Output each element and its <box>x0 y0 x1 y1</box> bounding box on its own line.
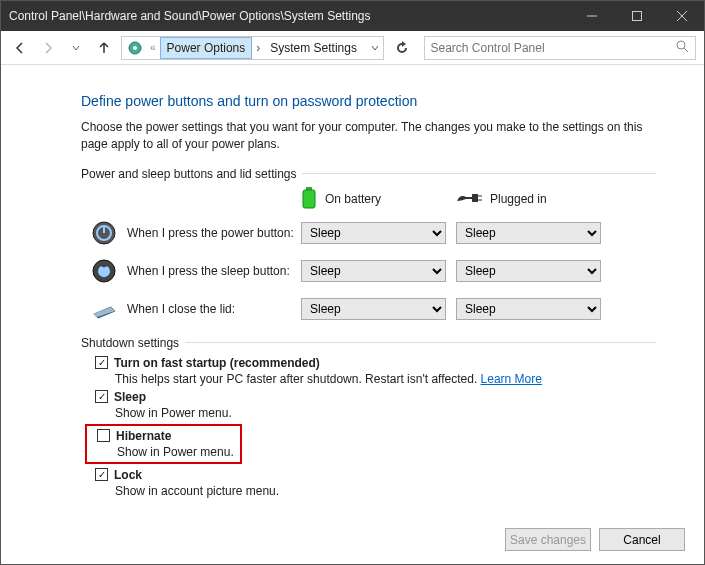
svg-point-6 <box>677 41 685 49</box>
power-battery-select[interactable]: Sleep <box>301 222 446 244</box>
row-power-label: When I press the power button: <box>127 226 294 240</box>
row-power-button: When I press the power button: Sleep Sle… <box>91 220 656 246</box>
breadcrumb-parent-label: Power Options <box>167 41 246 55</box>
up-button[interactable] <box>93 37 115 59</box>
close-button[interactable] <box>659 1 704 31</box>
breadcrumb[interactable]: « Power Options › System Settings <box>121 36 384 60</box>
column-headers: On battery Plugged in <box>301 187 656 212</box>
svg-line-7 <box>684 48 688 52</box>
fast-startup-checkbox[interactable] <box>95 356 108 369</box>
section-shutdown-label: Shutdown settings <box>81 336 179 350</box>
learn-more-link[interactable]: Learn More <box>481 372 542 386</box>
row-sleep-button: When I press the sleep button: Sleep Sle… <box>91 258 656 284</box>
control-panel-icon <box>126 39 144 57</box>
fast-startup-label: Turn on fast startup (recommended) <box>114 356 320 370</box>
breadcrumb-current-label: System Settings <box>270 41 357 55</box>
plug-icon <box>456 191 482 208</box>
search-box[interactable] <box>424 36 697 60</box>
lock-sub: Show in account picture menu. <box>115 484 656 498</box>
lid-plugged-select[interactable]: Sleep <box>456 298 601 320</box>
chevron-right-icon[interactable]: › <box>252 41 264 55</box>
page-heading: Define power buttons and turn on passwor… <box>81 93 656 109</box>
breadcrumb-parent[interactable]: Power Options <box>160 37 253 59</box>
section-power-sleep-label: Power and sleep buttons and lid settings <box>81 167 296 181</box>
col-battery: On battery <box>301 187 446 212</box>
section-shutdown: Shutdown settings <box>81 336 656 350</box>
breadcrumb-prefix: « <box>146 42 160 53</box>
refresh-button[interactable] <box>390 36 414 60</box>
col-plugged: Plugged in <box>456 187 601 212</box>
col-battery-label: On battery <box>325 192 381 206</box>
navbar: « Power Options › System Settings <box>1 31 704 65</box>
window-controls <box>569 1 704 31</box>
sleep-checkbox[interactable] <box>95 390 108 403</box>
search-icon <box>676 40 689 56</box>
recent-dropdown[interactable] <box>65 37 87 59</box>
row-lid-label: When I close the lid: <box>127 302 235 316</box>
option-sleep: Sleep Show in Power menu. <box>95 390 656 420</box>
window-title: Control Panel\Hardware and Sound\Power O… <box>9 9 569 23</box>
hibernate-sub: Show in Power menu. <box>117 445 234 459</box>
sleep-label: Sleep <box>114 390 146 404</box>
power-button-icon <box>91 220 117 246</box>
cancel-button[interactable]: Cancel <box>599 528 685 551</box>
lid-battery-select[interactable]: Sleep <box>301 298 446 320</box>
power-grid: On battery Plugged in When I press the p… <box>91 187 656 322</box>
footer-buttons: Save changes Cancel <box>505 528 685 551</box>
lock-label: Lock <box>114 468 142 482</box>
breadcrumb-current[interactable]: System Settings <box>264 37 363 59</box>
section-power-sleep: Power and sleep buttons and lid settings <box>81 167 656 181</box>
content-panel: Define power buttons and turn on passwor… <box>1 65 704 498</box>
sleep-plugged-select[interactable]: Sleep <box>456 260 601 282</box>
sleep-sub: Show in Power menu. <box>115 406 656 420</box>
hibernate-checkbox[interactable] <box>97 429 110 442</box>
minimize-button[interactable] <box>569 1 614 31</box>
option-fast-startup: Turn on fast startup (recommended) This … <box>95 356 656 386</box>
hibernate-label: Hibernate <box>116 429 171 443</box>
laptop-lid-icon <box>91 296 117 322</box>
sleep-button-icon <box>91 258 117 284</box>
svg-rect-1 <box>632 12 641 21</box>
search-input[interactable] <box>431 41 677 55</box>
lock-checkbox[interactable] <box>95 468 108 481</box>
hibernate-highlight: Hibernate Show in Power menu. <box>85 424 242 464</box>
power-plugged-select[interactable]: Sleep <box>456 222 601 244</box>
sleep-battery-select[interactable]: Sleep <box>301 260 446 282</box>
save-button[interactable]: Save changes <box>505 528 591 551</box>
fast-startup-sub: This helps start your PC faster after sh… <box>115 372 656 386</box>
back-button[interactable] <box>9 37 31 59</box>
titlebar: Control Panel\Hardware and Sound\Power O… <box>1 1 704 31</box>
forward-button[interactable] <box>37 37 59 59</box>
row-sleep-label: When I press the sleep button: <box>127 264 290 278</box>
page-description: Choose the power settings that you want … <box>81 119 656 153</box>
svg-point-5 <box>133 46 137 50</box>
battery-icon <box>301 187 317 212</box>
maximize-button[interactable] <box>614 1 659 31</box>
col-plugged-label: Plugged in <box>490 192 547 206</box>
breadcrumb-drop-icon[interactable] <box>367 41 383 55</box>
row-close-lid: When I close the lid: Sleep Sleep <box>91 296 656 322</box>
svg-rect-9 <box>303 190 315 208</box>
option-lock: Lock Show in account picture menu. <box>95 468 656 498</box>
